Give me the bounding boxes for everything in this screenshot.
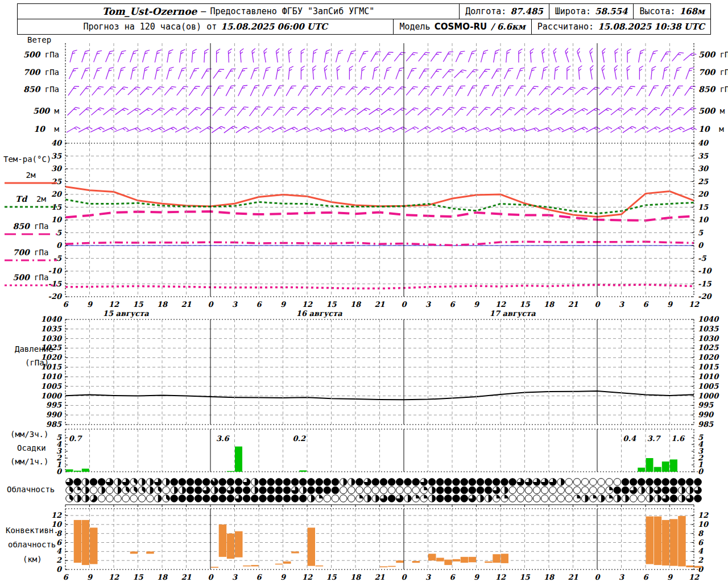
wind-barb-row-0: [70, 48, 696, 64]
precip-section-title: Осадки: [17, 443, 46, 452]
svg-text:4: 4: [698, 547, 704, 555]
convective-bar: [219, 525, 227, 557]
precip-bar: [638, 468, 645, 472]
convective-unit-label: (км): [23, 555, 42, 564]
svg-text:3: 3: [619, 573, 624, 581]
cloudiness-section-title: Облачность: [7, 485, 55, 494]
wind-barb-row-3: [68, 105, 697, 118]
svg-text:6: 6: [256, 300, 262, 309]
legend-swatch-t850: [3, 232, 58, 236]
precip-bar: [654, 467, 661, 472]
svg-text:-15: -15: [698, 280, 712, 288]
convective-bar: [485, 562, 493, 563]
svg-text:12: 12: [689, 300, 700, 309]
svg-text:12: 12: [698, 511, 709, 519]
svg-text:1000: 1000: [698, 392, 719, 400]
cloud-row-1: [66, 487, 702, 494]
svg-text:3: 3: [619, 300, 624, 309]
svg-text:995: 995: [46, 401, 62, 409]
wind-level-label-500hpa-left: 500 гПа: [0, 50, 59, 59]
svg-text:12: 12: [495, 573, 506, 581]
wind-level-label-700hpa-left: 700 гПа: [0, 68, 59, 77]
convective-bar: [82, 520, 90, 565]
svg-text:1030: 1030: [41, 334, 63, 343]
svg-text:12: 12: [302, 300, 313, 309]
time-axis-labels-top: 6912151821036912151821036912151821036912: [63, 300, 700, 309]
convective-bar: [428, 554, 436, 560]
svg-text:12: 12: [302, 573, 313, 581]
svg-text:3: 3: [425, 573, 431, 581]
svg-text:6: 6: [63, 300, 69, 309]
convective-chart: 002244668810101212: [51, 509, 709, 573]
precip-bar: [299, 471, 307, 472]
svg-text:3.6: 3.6: [216, 434, 230, 443]
wind-level-label-700hpa-right: 700 гПа: [698, 68, 728, 77]
svg-text:6: 6: [449, 300, 456, 309]
wind-level-label-500hpa-right: 500 гПа: [698, 50, 728, 59]
legend-swatch-td2m: [3, 205, 58, 209]
svg-text:3: 3: [232, 300, 238, 309]
svg-text:9: 9: [280, 300, 287, 309]
svg-text:9: 9: [474, 300, 480, 309]
svg-text:9: 9: [87, 573, 93, 581]
convective-bar: [283, 562, 291, 564]
svg-text:0: 0: [698, 241, 704, 250]
svg-text:12: 12: [51, 511, 62, 519]
precip-bar: [670, 459, 677, 472]
time-axis-labels-bottom: 6912151821036912151821036912151821036912: [63, 573, 700, 581]
svg-text:1025: 1025: [698, 343, 719, 352]
precip-bar: [235, 447, 242, 472]
svg-text:17 августа: 17 августа: [490, 309, 536, 318]
precip-bar: [66, 469, 73, 472]
convective-bar: [670, 519, 678, 566]
svg-text:2: 2: [698, 556, 704, 564]
precipitation-chart: 0011223344550.73.60.20.43.71.6: [56, 429, 704, 476]
svg-text:21: 21: [568, 573, 578, 581]
svg-text:0: 0: [594, 573, 601, 581]
wind-barb-row-1: [69, 65, 694, 81]
svg-text:6: 6: [698, 538, 704, 547]
svg-text:15: 15: [133, 573, 143, 581]
convective-bar: [243, 566, 251, 567]
svg-text:9: 9: [667, 573, 673, 581]
vertical-gridlines: [65, 319, 694, 425]
cloud-row-0: [66, 479, 702, 486]
svg-text:1.6: 1.6: [671, 434, 685, 443]
convective-bar: [501, 554, 509, 563]
svg-text:12: 12: [689, 573, 700, 581]
svg-text:1005: 1005: [698, 382, 719, 390]
svg-text:15: 15: [326, 573, 337, 581]
svg-text:5: 5: [56, 433, 62, 442]
convective-bar: [412, 561, 420, 563]
convective-bar: [211, 567, 219, 568]
wind-level-label-500m-left: 500 м: [0, 106, 59, 115]
svg-text:2: 2: [56, 556, 62, 564]
vertical-gridlines: [65, 429, 694, 472]
svg-text:0: 0: [208, 300, 214, 309]
legend-item-t500: 500 гПа: [1, 273, 60, 288]
svg-text:6: 6: [56, 538, 63, 547]
convective-bar: [227, 534, 235, 559]
svg-text:40: 40: [51, 139, 63, 147]
svg-text:1010: 1010: [698, 372, 719, 381]
legend-item-td2m: Td 2м: [1, 194, 60, 209]
svg-text:18: 18: [544, 300, 555, 309]
svg-text:15: 15: [133, 300, 143, 309]
svg-text:15: 15: [519, 573, 530, 581]
svg-text:6: 6: [63, 573, 69, 581]
convective-bar: [130, 551, 138, 554]
svg-text:40: 40: [698, 139, 709, 147]
convective-bar: [251, 565, 259, 566]
svg-text:1000: 1000: [41, 392, 63, 400]
svg-text:5: 5: [698, 228, 704, 237]
svg-text:-5: -5: [698, 254, 706, 263]
legend-item-t850: 850 гПа: [1, 222, 60, 236]
svg-text:21: 21: [374, 300, 384, 309]
svg-text:3.7: 3.7: [647, 434, 661, 443]
wind-level-label-500m-right: 500 м: [698, 106, 725, 115]
convective-bar: [654, 517, 662, 566]
convective-bar: [694, 566, 702, 568]
convective-bar: [453, 559, 461, 562]
svg-text:6: 6: [643, 300, 649, 309]
convective-bar: [291, 551, 299, 553]
